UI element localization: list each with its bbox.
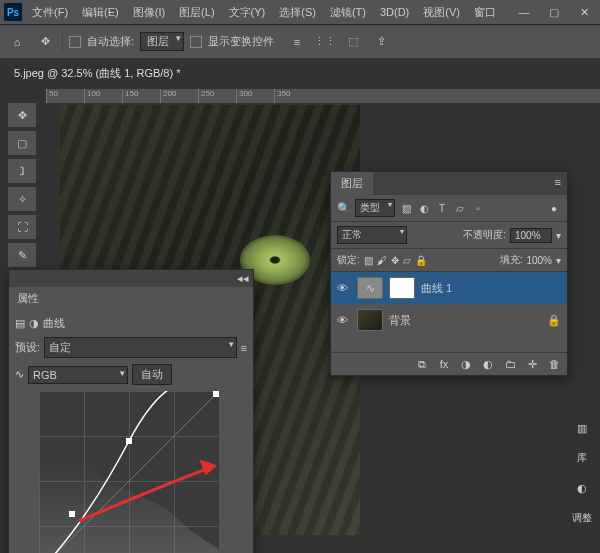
delete-layer-icon[interactable]: 🗑 — [547, 357, 561, 371]
curves-icon: ▤ — [15, 317, 25, 330]
layer-name[interactable]: 背景 — [389, 313, 411, 328]
eyedropper-tool[interactable]: ✎ — [8, 243, 36, 267]
menu-image[interactable]: 图像(I) — [129, 3, 169, 22]
layer-row[interactable]: 👁 ∿ 曲线 1 — [331, 272, 567, 304]
svg-rect-3 — [126, 438, 132, 444]
align-icon[interactable]: ≡ — [286, 31, 308, 53]
layer-row[interactable]: 👁 背景 🔒 — [331, 304, 567, 336]
crop-tool[interactable]: ⛶ — [8, 215, 36, 239]
menu-edit[interactable]: 编辑(E) — [78, 3, 123, 22]
menu-filter[interactable]: 滤镜(T) — [326, 3, 370, 22]
auto-select-label: 自动选择: — [87, 34, 134, 49]
lock-brush-icon[interactable]: 🖌 — [377, 255, 387, 266]
svg-line-0 — [39, 391, 219, 553]
minimize-button[interactable]: — — [512, 6, 536, 18]
svg-rect-4 — [213, 391, 219, 397]
preset-dropdown[interactable]: 自定 — [44, 337, 237, 358]
lock-label: 锁定: — [337, 253, 360, 267]
menu-3d[interactable]: 3D(D) — [376, 4, 413, 20]
share-icon[interactable]: ⇪ — [370, 31, 392, 53]
link-layers-icon[interactable]: ⧉ — [415, 357, 429, 371]
layers-panel: 图层 ≡ 🔍 类型 ▧ ◐ T ▱ ▫ ● 正常 不透明度: 100% ▾ 锁定… — [330, 171, 568, 376]
library-label: 库 — [577, 451, 587, 465]
menu-bar: Ps 文件(F) 编辑(E) 图像(I) 图层(L) 文字(Y) 选择(S) 滤… — [0, 0, 600, 24]
filter-smart-icon[interactable]: ▫ — [471, 201, 485, 215]
menu-select[interactable]: 选择(S) — [275, 3, 320, 22]
menu-layer[interactable]: 图层(L) — [175, 3, 218, 22]
blend-mode-dropdown[interactable]: 正常 — [337, 226, 407, 244]
opacity-value[interactable]: 100% — [510, 228, 552, 243]
layer-name[interactable]: 曲线 1 — [421, 281, 452, 296]
mask-icon: ◑ — [29, 317, 39, 330]
fill-label: 填充: — [500, 253, 523, 267]
document-tabs: 5.jpeg @ 32.5% (曲线 1, RGB/8) * — [0, 58, 600, 89]
curves-graph[interactable] — [39, 391, 219, 553]
move-tool-icon[interactable]: ✥ — [34, 31, 56, 53]
chevron-down-icon[interactable]: ▾ — [556, 230, 561, 241]
right-dock: ▥ 库 ◐ 调整 — [568, 419, 596, 525]
new-group-icon[interactable]: 🗀 — [503, 357, 517, 371]
search-icon[interactable]: 🔍 — [337, 202, 351, 215]
home-icon[interactable]: ⌂ — [6, 31, 28, 53]
lock-all-icon[interactable]: 🔒 — [415, 255, 427, 266]
filter-type-icon[interactable]: T — [435, 201, 449, 215]
adjustment-name: 曲线 — [43, 316, 65, 331]
adjust-icon[interactable]: ◐ — [572, 479, 592, 497]
horizontal-ruler: 50100150200250300350 — [46, 89, 600, 103]
auto-button[interactable]: 自动 — [132, 364, 172, 385]
visibility-icon[interactable]: 👁 — [337, 314, 351, 326]
close-button[interactable]: ✕ — [572, 6, 596, 19]
layer-fx-icon[interactable]: fx — [437, 357, 451, 371]
svg-rect-2 — [69, 511, 75, 517]
new-adjustment-icon[interactable]: ◐ — [481, 357, 495, 371]
layers-tab[interactable]: 图层 — [331, 172, 373, 195]
adjustment-thumb: ∿ — [357, 277, 383, 299]
filter-kind-dropdown[interactable]: 类型 — [355, 199, 395, 217]
document-tab[interactable]: 5.jpeg @ 32.5% (曲线 1, RGB/8) * — [8, 62, 186, 85]
auto-select-checkbox[interactable] — [69, 36, 81, 48]
maximize-button[interactable]: ▢ — [542, 6, 566, 19]
marquee-tool[interactable]: ▢ — [8, 131, 36, 155]
3d-mode-icon[interactable]: ⬚ — [342, 31, 364, 53]
lock-icon: 🔒 — [547, 314, 561, 327]
adjust-label: 调整 — [572, 511, 592, 525]
move-tool[interactable]: ✥ — [8, 103, 36, 127]
visibility-icon[interactable]: 👁 — [337, 282, 351, 294]
lock-artboard-icon[interactable]: ▱ — [403, 255, 411, 266]
show-transform-checkbox[interactable] — [190, 36, 202, 48]
properties-tab[interactable]: 属性 — [9, 287, 253, 310]
menu-file[interactable]: 文件(F) — [28, 3, 72, 22]
auto-select-dropdown[interactable]: 图层 — [140, 32, 184, 51]
preset-label: 预设: — [15, 340, 40, 355]
properties-panel: ◂◂ 属性 ▤ ◑ 曲线 预设: 自定 ≡ ∿ RGB 自动 ✎ ✎ ✎ — [8, 269, 254, 553]
filter-adjust-icon[interactable]: ◐ — [417, 201, 431, 215]
options-toolbar: ⌂ ✥ 自动选择: 图层 显示变换控件 ≡ ⋮⋮ ⬚ ⇪ — [0, 24, 600, 58]
filter-toggle-icon[interactable]: ● — [547, 201, 561, 215]
lock-position-icon[interactable]: ✥ — [391, 255, 399, 266]
channel-dropdown[interactable]: RGB — [28, 366, 128, 384]
channel-icon[interactable]: ∿ — [15, 368, 24, 381]
filter-pixel-icon[interactable]: ▧ — [399, 201, 413, 215]
distribute-icon[interactable]: ⋮⋮ — [314, 31, 336, 53]
lock-pixels-icon[interactable]: ▧ — [364, 255, 373, 266]
fill-value[interactable]: 100% — [526, 255, 552, 266]
panel-menu-icon[interactable]: ≡ — [241, 342, 247, 354]
magic-wand-tool[interactable]: ✧ — [8, 187, 36, 211]
menu-view[interactable]: 视图(V) — [419, 3, 464, 22]
library-icon[interactable]: ▥ — [572, 419, 592, 437]
mask-thumb[interactable] — [389, 277, 415, 299]
collapse-icon[interactable]: ◂◂ — [237, 272, 249, 285]
layer-list: 👁 ∿ 曲线 1 👁 背景 🔒 — [331, 272, 567, 352]
opacity-label: 不透明度: — [463, 228, 506, 242]
add-mask-icon[interactable]: ◑ — [459, 357, 473, 371]
menu-type[interactable]: 文字(Y) — [225, 3, 270, 22]
new-layer-icon[interactable]: ✛ — [525, 357, 539, 371]
show-transform-label: 显示变换控件 — [208, 34, 274, 49]
app-logo: Ps — [4, 3, 22, 21]
lasso-tool[interactable]: ⱹ — [8, 159, 36, 183]
filter-shape-icon[interactable]: ▱ — [453, 201, 467, 215]
menu-window[interactable]: 窗口 — [470, 3, 500, 22]
panel-menu-icon[interactable]: ≡ — [549, 172, 567, 195]
chevron-down-icon[interactable]: ▾ — [556, 255, 561, 266]
image-thumb — [357, 309, 383, 331]
